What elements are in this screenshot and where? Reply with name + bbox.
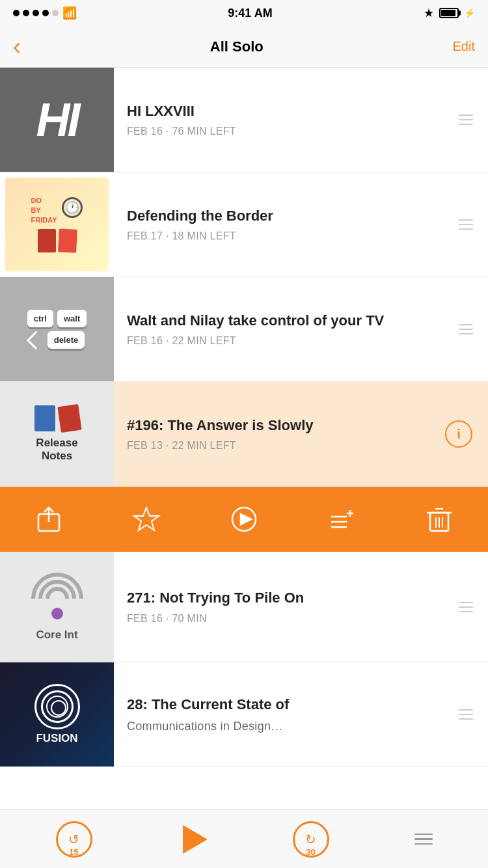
episode-title: 28: The Current State of <box>127 696 454 714</box>
delete-button[interactable] <box>420 500 459 539</box>
queue-menu-button[interactable] <box>414 834 433 845</box>
battery-icon <box>439 8 459 18</box>
episode-content[interactable]: 271: Not Trying To Pile On FEB 16 · 70 M… <box>114 552 488 662</box>
drag-line <box>459 606 473 608</box>
star-button[interactable] <box>127 500 166 539</box>
dot-1 <box>13 10 20 16</box>
drag-handle[interactable] <box>454 709 478 720</box>
drag-handle[interactable] <box>454 219 478 230</box>
drag-line <box>459 228 473 230</box>
play-triangle <box>183 825 208 854</box>
episode-row[interactable]: DO BY FRIDAY 🕐 Defending the Border FE <box>0 172 488 277</box>
episode-meta: FEB 16 · 70 MIN <box>127 613 454 625</box>
episode-info: #196: The Answer is Slowly FEB 13 · 22 M… <box>127 416 445 452</box>
episode-content[interactable]: Walt and Nilay take control of your TV F… <box>114 277 488 381</box>
forward-button[interactable]: ↻ 30 <box>293 821 329 858</box>
episode-info: 28: The Current State of Communications … <box>127 696 454 733</box>
rn-label: ReleaseNotes <box>36 437 77 463</box>
episode-content[interactable]: 28: The Current State of Communications … <box>114 662 488 766</box>
play-pause-button[interactable] <box>178 825 208 854</box>
drag-line <box>459 709 473 711</box>
fusion-symbol <box>34 684 80 729</box>
play-icon <box>230 505 258 534</box>
status-right: ★ ⚡ <box>424 6 475 20</box>
key-delete: delete <box>47 331 85 349</box>
drag-line <box>459 119 473 120</box>
drag-line <box>459 224 473 225</box>
key-walt: walt <box>57 310 87 327</box>
drag-handle[interactable] <box>454 115 478 125</box>
hi-logo: HI <box>36 93 78 146</box>
drag-line <box>459 714 473 715</box>
add-queue-icon <box>327 505 356 534</box>
episode-row[interactable]: HI HI LXXVIII FEB 16 · 76 MIN LEFT <box>0 68 488 172</box>
bluetooth-icon: ★ <box>424 6 434 20</box>
episode-thumbnail: DO BY FRIDAY 🕐 <box>0 172 114 277</box>
key-ctrl: ctrl <box>27 310 53 327</box>
dot-2 <box>23 10 29 16</box>
rewind-button[interactable]: ↺ 15 <box>56 821 92 858</box>
core-signal-icon <box>31 573 83 625</box>
episode-content[interactable]: Defending the Border FEB 17 · 18 MIN LEF… <box>114 172 488 277</box>
episode-info: Walt and Nilay take control of your TV F… <box>127 312 454 347</box>
nav-bar: ‹ All Solo Edit <box>0 26 488 68</box>
episode-row-partial[interactable]: FUSION 28: The Current State of Communic… <box>0 662 488 767</box>
core-label: Core Int <box>36 629 77 642</box>
fusion-label: FUSION <box>36 732 77 745</box>
episode-thumbnail: Core Int <box>0 552 114 662</box>
episode-row-highlighted[interactable]: ReleaseNotes #196: The Answer is Slowly … <box>0 382 488 487</box>
episode-content[interactable]: #196: The Answer is Slowly FEB 13 · 22 M… <box>114 382 488 486</box>
episode-meta: FEB 16 · 22 MIN LEFT <box>127 335 454 347</box>
drag-line <box>459 611 473 612</box>
play-button[interactable] <box>224 500 264 539</box>
drag-handle[interactable] <box>454 602 478 612</box>
delete-icon <box>425 505 454 534</box>
core-dot <box>51 608 63 619</box>
signal-dots <box>13 10 59 16</box>
charging-icon: ⚡ <box>464 8 475 18</box>
edit-button[interactable]: Edit <box>453 39 475 54</box>
drag-line <box>459 333 473 334</box>
episode-row[interactable]: ctrl walt delete Walt and Nilay take con… <box>0 277 488 382</box>
drag-line <box>459 329 473 330</box>
share-icon <box>34 505 63 534</box>
menu-line <box>414 838 433 840</box>
bottom-player: ↺ 15 ↻ 30 <box>0 809 488 868</box>
status-bar: 📶 9:41 AM ★ ⚡ <box>0 0 488 26</box>
info-button[interactable]: i <box>445 420 472 448</box>
drag-line <box>459 219 473 221</box>
episode-title: HI LXXVIII <box>127 102 454 121</box>
status-left: 📶 <box>13 6 77 20</box>
wifi-icon: 📶 <box>62 6 77 20</box>
fusion-knot <box>41 690 74 723</box>
triangle-icon <box>27 331 45 349</box>
forward-label: 30 <box>306 847 315 857</box>
drag-line <box>459 602 473 603</box>
episode-row[interactable]: Core Int 271: Not Trying To Pile On FEB … <box>0 552 488 662</box>
episode-info: 271: Not Trying To Pile On FEB 16 · 70 M… <box>127 589 454 625</box>
key-grid: ctrl walt delete <box>27 310 87 349</box>
menu-line <box>414 834 433 835</box>
svg-marker-4 <box>241 514 251 524</box>
episode-content[interactable]: HI LXXVIII FEB 16 · 76 MIN LEFT <box>114 68 488 172</box>
back-button[interactable]: ‹ <box>13 33 21 61</box>
episode-info: Defending the Border FEB 17 · 18 MIN LEF… <box>127 207 454 243</box>
episode-thumbnail: ReleaseNotes <box>0 382 114 486</box>
svg-marker-2 <box>134 508 159 530</box>
drag-line <box>459 718 473 720</box>
drag-handle[interactable] <box>454 324 478 334</box>
episode-thumbnail: ctrl walt delete <box>0 277 114 381</box>
episode-title: 271: Not Trying To Pile On <box>127 589 454 608</box>
episode-list-below: Core Int 271: Not Trying To Pile On FEB … <box>0 552 488 767</box>
page-title: All Solo <box>210 38 264 55</box>
dot-3 <box>33 10 39 16</box>
drag-line <box>459 324 473 325</box>
drag-line <box>459 115 473 116</box>
episode-title: Defending the Border <box>127 207 454 226</box>
episode-info: HI LXXVIII FEB 16 · 76 MIN LEFT <box>127 102 454 138</box>
add-queue-button[interactable] <box>322 500 361 539</box>
episode-thumbnail: HI <box>0 68 114 172</box>
rn-page-blue <box>34 405 55 431</box>
share-button[interactable] <box>29 500 68 539</box>
episode-meta: Communications in Design… <box>127 720 454 733</box>
